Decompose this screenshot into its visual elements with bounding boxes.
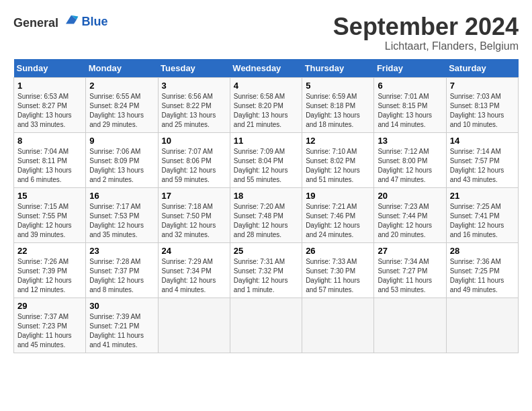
- day-info: Sunrise: 7:37 AM Sunset: 7:23 PM Dayligh…: [17, 312, 82, 350]
- day-number: 26: [306, 246, 370, 256]
- calendar-cell: 3Sunrise: 6:56 AM Sunset: 8:22 PM Daylig…: [158, 77, 230, 132]
- logo-blue: Blue: [82, 15, 108, 28]
- day-number: 30: [89, 301, 154, 311]
- calendar-cell: 30Sunrise: 7:39 AM Sunset: 7:21 PM Dayli…: [86, 298, 158, 353]
- calendar-title: September 2024: [333, 13, 519, 40]
- calendar-cell: 4Sunrise: 6:58 AM Sunset: 8:20 PM Daylig…: [230, 77, 302, 132]
- calendar-cell: 28Sunrise: 7:36 AM Sunset: 7:25 PM Dayli…: [446, 242, 518, 298]
- calendar-cell: [374, 298, 446, 353]
- day-info: Sunrise: 7:04 AM Sunset: 8:11 PM Dayligh…: [17, 147, 82, 185]
- logo-general: General: [13, 16, 58, 30]
- day-info: Sunrise: 7:18 AM Sunset: 7:50 PM Dayligh…: [162, 202, 226, 240]
- day-number: 27: [378, 246, 442, 256]
- calendar-cell: 19Sunrise: 7:21 AM Sunset: 7:46 PM Dayli…: [302, 187, 374, 242]
- day-number: 28: [450, 246, 515, 256]
- calendar-cell: 24Sunrise: 7:29 AM Sunset: 7:34 PM Dayli…: [158, 242, 230, 298]
- day-number: 11: [234, 136, 298, 146]
- day-info: Sunrise: 7:14 AM Sunset: 7:57 PM Dayligh…: [450, 147, 515, 185]
- weekday-header-row: SundayMondayTuesdayWednesdayThursdayFrid…: [14, 59, 519, 78]
- weekday-header-friday: Friday: [374, 59, 446, 78]
- day-info: Sunrise: 7:23 AM Sunset: 7:44 PM Dayligh…: [378, 202, 442, 240]
- calendar-cell: 18Sunrise: 7:20 AM Sunset: 7:48 PM Dayli…: [230, 187, 302, 242]
- day-number: 9: [89, 136, 154, 146]
- day-number: 18: [234, 191, 298, 201]
- calendar-cell: 20Sunrise: 7:23 AM Sunset: 7:44 PM Dayli…: [374, 187, 446, 242]
- day-number: 14: [450, 136, 515, 146]
- title-area: September 2024 Lichtaart, Flanders, Belg…: [333, 13, 519, 52]
- day-number: 1: [17, 81, 82, 91]
- calendar-cell: 14Sunrise: 7:14 AM Sunset: 7:57 PM Dayli…: [446, 132, 518, 187]
- day-number: 22: [17, 246, 82, 256]
- calendar-cell: 22Sunrise: 7:26 AM Sunset: 7:39 PM Dayli…: [14, 242, 86, 298]
- day-number: 21: [450, 191, 515, 201]
- calendar-cell: 23Sunrise: 7:28 AM Sunset: 7:37 PM Dayli…: [86, 242, 158, 298]
- weekday-header-tuesday: Tuesday: [158, 59, 230, 78]
- calendar-cell: [158, 298, 230, 353]
- day-number: 24: [162, 246, 226, 256]
- calendar-cell: [230, 298, 302, 353]
- day-number: 3: [162, 81, 226, 91]
- calendar-cell: 5Sunrise: 6:59 AM Sunset: 8:18 PM Daylig…: [302, 77, 374, 132]
- day-number: 17: [162, 191, 226, 201]
- calendar-cell: 17Sunrise: 7:18 AM Sunset: 7:50 PM Dayli…: [158, 187, 230, 242]
- calendar-cell: 21Sunrise: 7:25 AM Sunset: 7:41 PM Dayli…: [446, 187, 518, 242]
- day-info: Sunrise: 7:34 AM Sunset: 7:27 PM Dayligh…: [378, 257, 442, 295]
- logo: General Blue: [13, 13, 108, 30]
- day-info: Sunrise: 6:55 AM Sunset: 8:24 PM Dayligh…: [89, 92, 154, 130]
- day-info: Sunrise: 6:58 AM Sunset: 8:20 PM Dayligh…: [234, 92, 298, 130]
- day-info: Sunrise: 7:33 AM Sunset: 7:30 PM Dayligh…: [306, 257, 370, 295]
- day-info: Sunrise: 7:20 AM Sunset: 7:48 PM Dayligh…: [234, 202, 298, 240]
- day-info: Sunrise: 7:01 AM Sunset: 8:15 PM Dayligh…: [378, 92, 442, 130]
- day-number: 19: [306, 191, 370, 201]
- day-info: Sunrise: 7:29 AM Sunset: 7:34 PM Dayligh…: [162, 257, 226, 295]
- weekday-header-saturday: Saturday: [446, 59, 518, 78]
- calendar-cell: 26Sunrise: 7:33 AM Sunset: 7:30 PM Dayli…: [302, 242, 374, 298]
- day-number: 13: [378, 136, 442, 146]
- day-number: 7: [450, 81, 515, 91]
- day-info: Sunrise: 7:26 AM Sunset: 7:39 PM Dayligh…: [17, 257, 82, 295]
- day-number: 8: [17, 136, 82, 146]
- day-number: 12: [306, 136, 370, 146]
- weekday-header-thursday: Thursday: [302, 59, 374, 78]
- day-info: Sunrise: 7:12 AM Sunset: 8:00 PM Dayligh…: [378, 147, 442, 185]
- day-info: Sunrise: 7:36 AM Sunset: 7:25 PM Dayligh…: [450, 257, 515, 295]
- calendar-subtitle: Lichtaart, Flanders, Belgium: [333, 40, 519, 52]
- day-number: 16: [89, 191, 154, 201]
- calendar-cell: [302, 298, 374, 353]
- weekday-header-monday: Monday: [86, 59, 158, 78]
- weekday-header-sunday: Sunday: [14, 59, 86, 78]
- day-info: Sunrise: 7:07 AM Sunset: 8:06 PM Dayligh…: [162, 147, 226, 185]
- calendar-cell: 15Sunrise: 7:15 AM Sunset: 7:55 PM Dayli…: [14, 187, 86, 242]
- day-info: Sunrise: 7:28 AM Sunset: 7:37 PM Dayligh…: [89, 257, 154, 295]
- day-info: Sunrise: 7:39 AM Sunset: 7:21 PM Dayligh…: [89, 312, 154, 350]
- calendar-cell: 6Sunrise: 7:01 AM Sunset: 8:15 PM Daylig…: [374, 77, 446, 132]
- day-info: Sunrise: 6:53 AM Sunset: 8:27 PM Dayligh…: [17, 92, 82, 130]
- day-info: Sunrise: 7:25 AM Sunset: 7:41 PM Dayligh…: [450, 202, 515, 240]
- weekday-header-wednesday: Wednesday: [230, 59, 302, 78]
- day-number: 10: [162, 136, 226, 146]
- calendar-week-row: 15Sunrise: 7:15 AM Sunset: 7:55 PM Dayli…: [14, 187, 519, 242]
- day-info: Sunrise: 6:59 AM Sunset: 8:18 PM Dayligh…: [306, 92, 370, 130]
- day-number: 4: [234, 81, 298, 91]
- day-info: Sunrise: 7:06 AM Sunset: 8:09 PM Dayligh…: [89, 147, 154, 185]
- calendar-cell: 12Sunrise: 7:10 AM Sunset: 8:02 PM Dayli…: [302, 132, 374, 187]
- calendar-week-row: 8Sunrise: 7:04 AM Sunset: 8:11 PM Daylig…: [14, 132, 519, 187]
- calendar-cell: 8Sunrise: 7:04 AM Sunset: 8:11 PM Daylig…: [14, 132, 86, 187]
- day-info: Sunrise: 7:17 AM Sunset: 7:53 PM Dayligh…: [89, 202, 154, 240]
- logo-bird-icon: [63, 13, 79, 27]
- day-number: 15: [17, 191, 82, 201]
- day-info: Sunrise: 7:03 AM Sunset: 8:13 PM Dayligh…: [450, 92, 515, 130]
- day-info: Sunrise: 7:21 AM Sunset: 7:46 PM Dayligh…: [306, 202, 370, 240]
- day-number: 29: [17, 301, 82, 311]
- calendar-cell: 27Sunrise: 7:34 AM Sunset: 7:27 PM Dayli…: [374, 242, 446, 298]
- day-number: 6: [378, 81, 442, 91]
- calendar-cell: 2Sunrise: 6:55 AM Sunset: 8:24 PM Daylig…: [86, 77, 158, 132]
- calendar-cell: 11Sunrise: 7:09 AM Sunset: 8:04 PM Dayli…: [230, 132, 302, 187]
- day-info: Sunrise: 7:09 AM Sunset: 8:04 PM Dayligh…: [234, 147, 298, 185]
- calendar-cell: 1Sunrise: 6:53 AM Sunset: 8:27 PM Daylig…: [14, 77, 86, 132]
- day-number: 5: [306, 81, 370, 91]
- calendar-cell: 7Sunrise: 7:03 AM Sunset: 8:13 PM Daylig…: [446, 77, 518, 132]
- calendar-cell: 25Sunrise: 7:31 AM Sunset: 7:32 PM Dayli…: [230, 242, 302, 298]
- day-number: 25: [234, 246, 298, 256]
- calendar-table: SundayMondayTuesdayWednesdayThursdayFrid…: [13, 59, 519, 353]
